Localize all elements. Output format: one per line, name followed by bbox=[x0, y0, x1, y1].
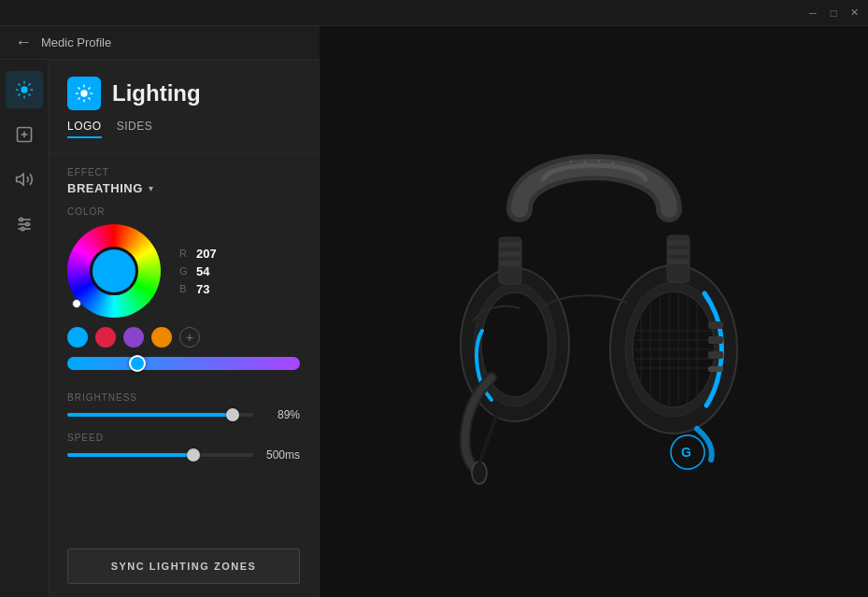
svg-line-6 bbox=[28, 93, 30, 95]
lighting-title-row: Lighting bbox=[49, 60, 319, 120]
sidebar-item-equalizer[interactable] bbox=[6, 206, 43, 243]
brightness-section: BRIGHTNESS 89% bbox=[49, 387, 319, 427]
svg-line-24 bbox=[78, 87, 79, 89]
svg-rect-49 bbox=[708, 351, 723, 359]
svg-point-0 bbox=[21, 86, 27, 92]
back-button[interactable]: ← bbox=[15, 33, 32, 52]
svg-rect-59 bbox=[499, 261, 521, 266]
b-label: B bbox=[179, 283, 189, 294]
close-button[interactable]: ✕ bbox=[847, 7, 861, 20]
swatch-purple[interactable] bbox=[123, 327, 144, 348]
svg-point-31 bbox=[569, 160, 572, 163]
rgb-values: R 207 G 54 B 73 bbox=[179, 247, 217, 296]
svg-rect-47 bbox=[708, 321, 723, 329]
brightness-slider-row: 89% bbox=[67, 408, 300, 421]
b-value[interactable]: 73 bbox=[196, 282, 209, 296]
svg-line-25 bbox=[88, 97, 90, 99]
effect-value: BREATHING bbox=[67, 181, 143, 195]
svg-text:G: G bbox=[681, 445, 691, 460]
svg-line-27 bbox=[78, 97, 79, 99]
lighting-title: Lighting bbox=[112, 80, 201, 107]
svg-point-17 bbox=[25, 222, 28, 225]
minimize-button[interactable]: ─ bbox=[806, 7, 819, 20]
svg-point-28 bbox=[583, 161, 587, 164]
r-value[interactable]: 207 bbox=[196, 247, 217, 261]
tab-sides[interactable]: SIDES bbox=[117, 120, 153, 138]
svg-marker-12 bbox=[16, 174, 23, 185]
sidebar-item-add[interactable] bbox=[6, 116, 43, 153]
headset-image: G bbox=[398, 97, 790, 527]
svg-rect-58 bbox=[499, 251, 521, 257]
speed-section: SPEED 500ms bbox=[49, 427, 319, 467]
effect-label: EFFECT bbox=[67, 167, 300, 178]
swatches-row: + bbox=[67, 327, 300, 348]
svg-point-16 bbox=[20, 218, 22, 220]
svg-point-19 bbox=[80, 90, 87, 96]
maximize-button[interactable]: □ bbox=[827, 7, 840, 20]
svg-point-18 bbox=[21, 227, 23, 230]
speed-label: SPEED bbox=[67, 433, 300, 443]
color-wheel-row: R 207 G 54 B 73 bbox=[67, 224, 300, 318]
add-swatch-button[interactable]: + bbox=[179, 327, 200, 348]
sync-lighting-zones-button[interactable]: SYNC LIGHTING ZONES bbox=[67, 548, 300, 584]
svg-rect-48 bbox=[708, 336, 723, 344]
right-panel: G bbox=[320, 26, 868, 597]
gradient-bar bbox=[67, 357, 300, 370]
color-label: COLOR bbox=[67, 206, 300, 217]
headset-area: G bbox=[320, 26, 868, 597]
chevron-down-icon: ▾ bbox=[149, 183, 153, 193]
gradient-bar-container[interactable] bbox=[67, 357, 300, 376]
brightness-label: BRIGHTNESS bbox=[67, 392, 300, 403]
gradient-handle[interactable] bbox=[129, 355, 146, 372]
window-controls: ─ □ ✕ bbox=[806, 7, 861, 20]
app-container: ← Medic Profile bbox=[0, 26, 868, 597]
svg-line-8 bbox=[18, 93, 20, 95]
swatch-cyan[interactable] bbox=[67, 327, 88, 348]
sync-button-container: SYNC LIGHTING ZONES bbox=[49, 535, 319, 597]
svg-rect-61 bbox=[667, 240, 690, 246]
icon-sidebar bbox=[0, 60, 49, 597]
title-bar: ─ □ ✕ bbox=[0, 0, 868, 26]
brightness-slider[interactable] bbox=[67, 413, 253, 417]
swatch-orange[interactable] bbox=[151, 327, 172, 348]
left-panel: Lighting LOGO SIDES EFFECT BREATHING ▾ C… bbox=[49, 60, 320, 597]
color-wheel[interactable] bbox=[67, 224, 161, 318]
lighting-icon-box bbox=[67, 77, 101, 110]
tab-logo[interactable]: LOGO bbox=[67, 120, 102, 138]
rgb-r-row: R 207 bbox=[179, 247, 217, 261]
g-label: G bbox=[179, 265, 189, 277]
svg-rect-50 bbox=[708, 366, 723, 372]
speed-slider[interactable] bbox=[67, 453, 253, 457]
speed-value: 500ms bbox=[263, 448, 300, 462]
brightness-value: 89% bbox=[263, 408, 300, 421]
swatch-red[interactable] bbox=[95, 327, 116, 348]
svg-rect-57 bbox=[499, 242, 521, 248]
rgb-b-row: B 73 bbox=[179, 282, 217, 296]
svg-point-29 bbox=[597, 159, 600, 162]
svg-point-30 bbox=[611, 162, 615, 165]
color-section: COLOR R 207 G 54 bbox=[49, 206, 319, 387]
effect-section: EFFECT BREATHING ▾ bbox=[49, 167, 319, 206]
effect-dropdown[interactable]: BREATHING ▾ bbox=[67, 181, 300, 195]
svg-rect-62 bbox=[667, 249, 690, 255]
svg-line-7 bbox=[28, 83, 30, 85]
speed-slider-row: 500ms bbox=[67, 448, 300, 462]
r-label: R bbox=[179, 248, 189, 259]
g-value[interactable]: 54 bbox=[196, 264, 209, 278]
rgb-g-row: G 54 bbox=[179, 264, 217, 278]
svg-line-5 bbox=[18, 83, 20, 85]
tabs-row: LOGO SIDES bbox=[49, 120, 319, 138]
profile-name: Medic Profile bbox=[41, 36, 111, 50]
svg-rect-63 bbox=[667, 259, 690, 264]
sidebar-item-sound[interactable] bbox=[6, 161, 43, 198]
sidebar-item-lighting[interactable] bbox=[6, 71, 43, 108]
svg-line-26 bbox=[88, 87, 90, 89]
